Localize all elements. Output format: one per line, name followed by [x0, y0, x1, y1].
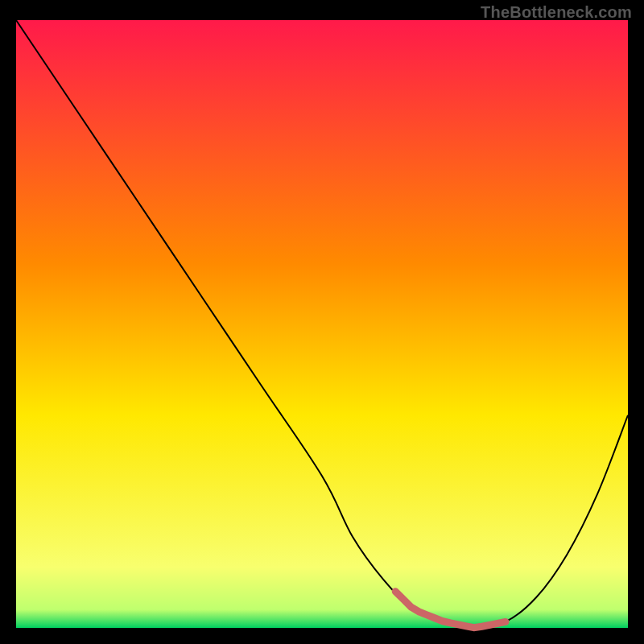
- chart-background: [16, 20, 628, 628]
- watermark-text: TheBottleneck.com: [481, 3, 632, 22]
- bottleneck-chart: [0, 0, 644, 644]
- chart-container: TheBottleneck.com: [0, 0, 644, 644]
